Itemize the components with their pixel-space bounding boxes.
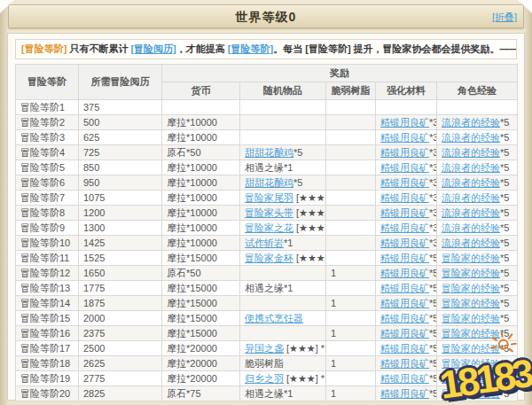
table-row: 冒险等阶81200摩拉*10000冒险家头带 [★★★] *1精锻用良矿*3流浪… xyxy=(16,206,518,221)
item-link[interactable]: 流浪者的经验 xyxy=(442,177,500,188)
table-row: 冒险等阶1375 xyxy=(16,100,518,115)
cell-fragile-resin xyxy=(326,221,376,236)
item-link[interactable]: 冒险家的经验 xyxy=(442,268,500,278)
intro-link[interactable]: [冒险等阶] xyxy=(228,43,273,54)
item-link[interactable]: 流浪者的经验 xyxy=(442,162,500,173)
table-row: 冒险等阶2500摩拉*10000精锻用良矿*3流浪者的经验*5 xyxy=(16,115,518,130)
item-link[interactable]: 精锻用良矿 xyxy=(380,162,429,173)
text-part: 只有不断累计 xyxy=(66,43,130,54)
col-header-exp: 所需冒险阅历 xyxy=(79,65,162,100)
reward-table-head: 冒险等阶 所需冒险阅历 奖励 货币 随机物品 脆弱树脂 强化材料 角色经验 xyxy=(16,65,518,100)
item-link[interactable]: 冒险家的经验 xyxy=(442,343,500,354)
text-part: *5 xyxy=(500,343,509,354)
text-part: 冒险等阶15 xyxy=(20,313,70,323)
item-link[interactable]: 精锻用良矿 xyxy=(380,222,429,233)
item-link[interactable]: 便携式烹饪器 xyxy=(245,313,303,323)
text-part: *5 xyxy=(429,388,437,399)
cell-rank: 冒险等阶4 xyxy=(16,145,79,160)
item-link[interactable]: 精锻用良矿 xyxy=(380,358,429,369)
cell-fragile-resin xyxy=(326,100,376,115)
item-link[interactable]: 冒险家的经验 xyxy=(442,253,500,263)
item-link[interactable]: 精锻用良矿 xyxy=(380,207,429,218)
item-link[interactable]: 精锻用良矿 xyxy=(380,313,429,323)
item-link[interactable]: 精锻用良矿 xyxy=(380,253,429,263)
cell-rank: 冒险等阶6 xyxy=(16,175,79,191)
item-link[interactable]: 精锻用良矿 xyxy=(380,268,429,278)
text-part: 冒险等阶20 xyxy=(20,388,70,399)
item-link[interactable]: 冒险家尾羽 xyxy=(245,192,293,203)
item-link[interactable]: 流浪者的经验 xyxy=(442,222,500,233)
item-link[interactable]: 精锻用良矿 xyxy=(380,283,429,293)
text-part: *5 xyxy=(500,238,509,248)
item-link[interactable]: 流浪者的经验 xyxy=(442,207,500,218)
item-link[interactable]: 甜甜花酿鸡 xyxy=(245,177,293,188)
item-link[interactable]: 精锻用良矿 xyxy=(380,177,429,188)
intro-link[interactable]: [冒险阅历] xyxy=(130,43,176,54)
cell-fragile-resin xyxy=(326,236,376,251)
cell-rank: 冒险等阶5 xyxy=(16,160,79,175)
text-part: 冒险等阶10 xyxy=(20,238,70,248)
text-part: *5 xyxy=(429,328,437,339)
text-part: 冒险等阶11 xyxy=(20,253,69,263)
item-link[interactable]: 精锻用良矿 xyxy=(380,373,429,384)
item-link[interactable]: 精锻用良矿 xyxy=(380,238,429,248)
item-link[interactable]: 精锻用良矿 xyxy=(380,328,429,339)
item-link[interactable]: 归乡之羽 xyxy=(245,373,284,384)
text-part: 原石*50 xyxy=(167,268,201,278)
col-header-reward: 奖励 xyxy=(162,65,518,82)
item-link[interactable]: 冒险家的经验 xyxy=(442,388,500,399)
cell-enhance-material: 精锻用良矿*5 xyxy=(376,371,437,386)
cell-fragile-resin xyxy=(326,115,376,130)
cell-currency: 摩拉*15000 xyxy=(162,296,240,311)
table-row: 冒险等阶172500摩拉*20000异国之盏 [★★★] *1精锻用良矿*5冒险… xyxy=(16,341,518,356)
text-part: *5 xyxy=(429,313,437,323)
text-part: 冒险等阶3 xyxy=(20,132,65,143)
item-link[interactable]: 精锻用良矿 xyxy=(380,298,429,308)
cell-random-item: 试作斩岩*1 xyxy=(240,236,326,251)
cell-currency: 原石*50 xyxy=(162,145,240,160)
text-part: *5 xyxy=(500,222,509,233)
item-link[interactable]: 精锻用良矿 xyxy=(380,147,429,158)
text-part: 摩拉*10000 xyxy=(167,177,217,188)
item-link[interactable]: 冒险家的经验 xyxy=(442,373,500,384)
item-link[interactable]: 精锻用良矿 xyxy=(380,388,429,399)
item-link[interactable]: 冒险家的经验 xyxy=(442,298,500,308)
collapse-link[interactable]: [折叠] xyxy=(492,5,517,28)
cell-fragile-resin: 1 xyxy=(326,356,376,371)
item-link[interactable]: 冒险家的经验 xyxy=(442,328,500,339)
cell-char-exp: 冒险家的经验*5 xyxy=(437,266,518,281)
cell-rank: 冒险等阶2 xyxy=(16,115,79,130)
item-link[interactable]: 冒险家之花 xyxy=(245,222,293,233)
cell-random-item: 异国之盏 [★★★] *1 xyxy=(240,341,326,356)
item-link[interactable]: 冒险家金杯 xyxy=(245,253,293,263)
item-link[interactable]: 流浪者的经验 xyxy=(442,117,500,128)
item-link[interactable]: 流浪者的经验 xyxy=(442,147,500,158)
text-part: *3 xyxy=(429,192,437,203)
cell-exp: 950 xyxy=(79,175,162,191)
item-link[interactable]: 流浪者的经验 xyxy=(442,192,500,203)
item-link[interactable]: 冒险家的经验 xyxy=(442,313,500,323)
item-link[interactable]: 冒险家头带 xyxy=(245,207,293,218)
reward-table-body: 冒险等阶1375冒险等阶2500摩拉*10000精锻用良矿*3流浪者的经验*5冒… xyxy=(16,100,518,401)
item-link[interactable]: 流浪者的经验 xyxy=(442,132,500,143)
text-part: 摩拉*15000 xyxy=(167,313,217,323)
text-part: [★★★] *1 xyxy=(293,192,326,203)
item-link[interactable]: 试作斩岩 xyxy=(245,238,284,248)
item-link[interactable]: 异国之盏 xyxy=(245,343,284,354)
item-link[interactable]: 精锻用良矿 xyxy=(380,117,429,128)
cell-char-exp: 流浪者的经验*5 xyxy=(437,221,518,236)
item-link[interactable]: 流浪者的经验 xyxy=(442,238,500,248)
text-part: 1 xyxy=(331,388,336,399)
text-part: 原石*75 xyxy=(167,388,201,399)
item-link[interactable]: 甜甜花酿鸡 xyxy=(245,147,293,158)
text-part: 1075 xyxy=(83,192,105,203)
cell-random-item xyxy=(240,115,326,130)
cell-fragile-resin: 1 xyxy=(326,326,376,341)
cell-char-exp: 冒险家的经验*5 xyxy=(437,356,518,371)
item-link[interactable]: 精锻用良矿 xyxy=(380,343,429,354)
item-link[interactable]: 精锻用良矿 xyxy=(380,192,429,203)
cell-rank: 冒险等阶9 xyxy=(16,221,79,236)
item-link[interactable]: 冒险家的经验 xyxy=(442,283,500,293)
item-link[interactable]: 精锻用良矿 xyxy=(380,132,429,143)
item-link[interactable]: 冒险家的经验 xyxy=(442,358,500,369)
